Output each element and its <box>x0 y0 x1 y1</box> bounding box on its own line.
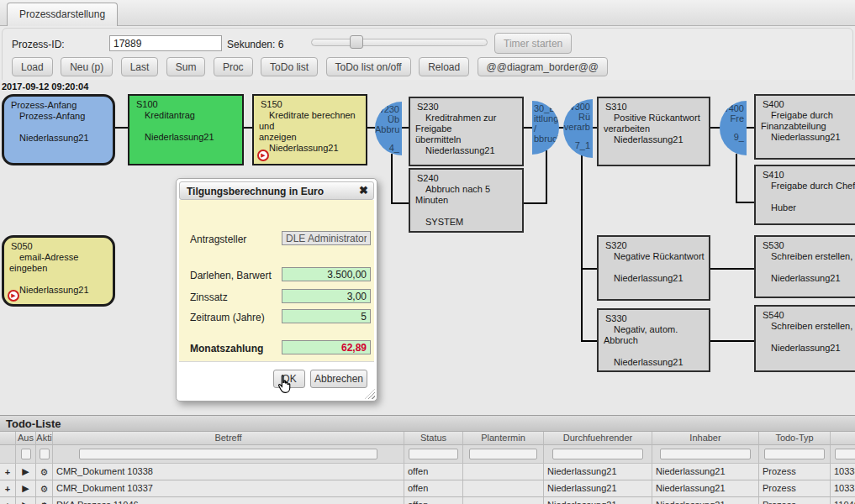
last-button[interactable]: Last <box>121 57 159 76</box>
durchfuehrender-cell: Niederlassung21 <box>544 464 652 480</box>
todo-section: Todo-Liste Aus Akti Betreff Status Plant… <box>0 415 855 504</box>
process-node-s100[interactable]: S100 Kreditantrag Niederlassung21 <box>128 94 244 165</box>
process-node-s320[interactable]: S320 Negative Rückantwort Niederlassung2… <box>597 235 710 301</box>
close-icon[interactable]: ✖ <box>359 184 368 197</box>
process-node-s150[interactable]: S150 Kreditrate berechnen und anzeigen N… <box>252 94 367 165</box>
connector <box>710 340 754 342</box>
todo-title: Todo-Liste <box>0 416 855 432</box>
darlehen-field[interactable] <box>282 267 371 281</box>
process-node-start[interactable]: Prozess-Anfang Prozess-Anfang Niederlass… <box>2 94 115 165</box>
sum-button[interactable]: Sum <box>166 57 206 76</box>
neu-p-button[interactable]: Neu (p) <box>61 57 113 76</box>
timer-slider[interactable] <box>311 39 488 46</box>
filter-id-input[interactable] <box>835 449 855 459</box>
col-aus[interactable]: Aus <box>16 432 36 445</box>
filter-durchfuehrender-input[interactable] <box>552 449 644 459</box>
connector <box>736 154 737 203</box>
connector <box>524 202 547 204</box>
inhaber-cell: Niederlassung21 <box>652 480 759 497</box>
betreff-cell: CMR_Dokument 10338 <box>53 464 404 480</box>
task-settings-button[interactable]: ⚙ <box>36 497 53 504</box>
zeitraum-field[interactable] <box>282 309 371 323</box>
gateway-w300[interactable]: W300 Rü verarb 7_1 <box>563 99 593 158</box>
status-cell: offen <box>404 480 463 497</box>
filter-inhaber-input[interactable] <box>660 449 750 459</box>
filter-plantermin-input[interactable] <box>469 449 537 459</box>
gateway-w230-end[interactable]: 30_End ittlung / bbruch 6_1 <box>532 101 559 155</box>
durchfuehrender-cell: Niederlassung21 <box>544 480 652 497</box>
durchfuehrender-cell: Niederlassung21 <box>544 497 652 504</box>
play-icon[interactable]: ▶ <box>257 150 269 161</box>
process-node-s330[interactable]: S330 Negativ, autom. Abbruch Niederlassu… <box>597 308 710 372</box>
plantermin-cell <box>463 497 544 504</box>
proc-button[interactable]: Proc <box>214 57 253 76</box>
todo-typ-cell: Prozess <box>759 464 831 480</box>
status-cell: offen <box>404 464 463 480</box>
monatszahlung-label: Monatszahlung <box>190 343 263 354</box>
gateway-w400[interactable]: W400 Fre 9_ <box>720 101 747 155</box>
timer-start-button[interactable]: Timer starten <box>494 33 572 54</box>
monatszahlung-field[interactable] <box>282 340 371 354</box>
expand-row-button[interactable]: + <box>0 464 16 480</box>
play-icon[interactable]: ▶ <box>8 290 19 302</box>
expand-row-button[interactable]: + <box>0 497 16 504</box>
start-task-button[interactable]: ▶ <box>16 497 36 504</box>
cancel-button[interactable]: Abbrechen <box>310 370 367 388</box>
task-settings-button[interactable]: ⚙ <box>36 480 53 497</box>
process-node-s540[interactable]: S540 Schreiben erstellen, maile Niederla… <box>754 305 855 372</box>
zinssatz-field[interactable] <box>282 289 371 303</box>
todo-list-button[interactable]: ToDo list <box>261 57 318 76</box>
tab-strip: Prozessdarstellung <box>0 0 855 26</box>
process-diagram: 2017-09-12 09:20:04 Prozess-Anfang Proze… <box>0 80 855 415</box>
expand-row-button[interactable]: + <box>0 480 16 497</box>
connector <box>524 127 532 129</box>
process-node-s530[interactable]: S530 Schreiben erstellen, maile Niederla… <box>754 235 855 298</box>
reload-button[interactable]: Reload <box>419 57 469 76</box>
toolbar-buttons: Load Neu (p) Last Sum Proc ToDo list ToD… <box>12 57 612 76</box>
process-node-s230[interactable]: S230 Kreditrahmen zur Freigabe übermitte… <box>409 97 524 166</box>
start-task-button[interactable]: ▶ <box>16 464 36 480</box>
task-settings-button[interactable]: ⚙ <box>36 464 53 480</box>
col-akti[interactable]: Akti <box>36 432 53 445</box>
status-cell: offen <box>404 497 463 504</box>
inhaber-cell: Niederlassung21 <box>652 497 759 504</box>
connector <box>581 155 583 342</box>
filter-betreff-input[interactable] <box>79 449 377 459</box>
filter-akti-input[interactable] <box>40 449 50 459</box>
connector <box>736 202 754 203</box>
process-node-s240[interactable]: S240 Abbruch nach 5 Minuten SYSTEM <box>409 168 524 233</box>
process-id-input[interactable] <box>109 35 222 51</box>
process-node-s410[interactable]: S410 Freigabe durch Chef Huber <box>754 165 855 225</box>
zinssatz-label: Zinssatz <box>190 291 228 303</box>
process-node-s050[interactable]: S050 email-Adresse eingeben Niederlassun… <box>2 235 115 307</box>
todo-list-onoff-button[interactable]: ToDo list on/off <box>326 57 411 76</box>
col-expand <box>0 432 16 445</box>
filter-status-input[interactable] <box>409 449 458 459</box>
betreff-cell: DKA Prozess 11046 <box>53 497 404 504</box>
connector <box>367 127 375 129</box>
connector <box>115 127 128 129</box>
dialog-titlebar[interactable]: Tilgungsberechnung in Euro ✖ <box>179 181 374 200</box>
gateway-w230[interactable]: W230 Üb Abbru 4_ <box>375 102 402 155</box>
col-durchfuehrender[interactable]: Durchfuehrender <box>544 432 652 445</box>
antragsteller-field[interactable] <box>282 231 371 245</box>
process-node-s310[interactable]: S310 Positive Rückantwort verarbeiten Ni… <box>597 97 710 166</box>
diagram-border-button[interactable]: @@diagram_border@@ <box>478 57 608 76</box>
col-plantermin[interactable]: Plantermin <box>463 432 544 445</box>
tab-prozessdarstellung[interactable]: Prozessdarstellung <box>7 3 118 26</box>
col-inhaber[interactable]: Inhaber <box>652 432 759 445</box>
col-todo-typ[interactable]: Todo-Typ <box>759 432 831 445</box>
filter-todo-typ-input[interactable] <box>764 449 824 459</box>
col-betreff[interactable]: Betreff <box>53 432 404 445</box>
load-button[interactable]: Load <box>12 57 53 76</box>
antragsteller-label: Antragsteller <box>190 234 246 245</box>
filter-aus-input[interactable] <box>21 449 31 459</box>
process-node-s400[interactable]: S400 Freigabe durch Finanzabteilung Nied… <box>754 94 855 160</box>
start-task-button[interactable]: ▶ <box>16 480 36 497</box>
connector <box>710 268 754 270</box>
slider-handle[interactable] <box>350 35 363 49</box>
col-status[interactable]: Status <box>404 432 463 445</box>
connector <box>244 127 252 129</box>
plantermin-cell <box>463 464 544 480</box>
process-id-label: Prozess-ID: <box>12 39 65 50</box>
